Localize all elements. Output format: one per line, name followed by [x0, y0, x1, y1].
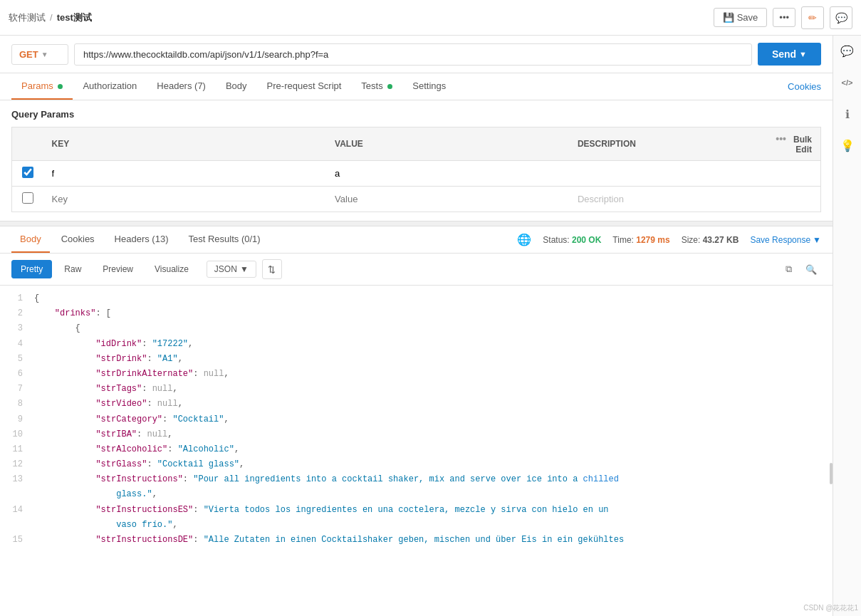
line-number: 11	[0, 443, 34, 456]
section-title: Query Params	[11, 109, 821, 120]
tab-headers[interactable]: Headers (7)	[147, 73, 216, 100]
col-check-header	[12, 127, 43, 161]
response-tabs: Body Cookies Headers (13) Test Results (…	[0, 226, 833, 254]
url-bar: GET ▼ Send ▼	[0, 36, 833, 73]
status-label: Status: 200 OK	[543, 235, 601, 245]
line-number: 4	[0, 338, 34, 351]
params-dot	[58, 84, 63, 89]
tab-params-label: Params	[21, 80, 53, 91]
breadcrumb-separator: /	[50, 12, 53, 23]
col-desc-header: DESCRIPTION	[569, 127, 764, 161]
filter-button[interactable]: ⇅	[262, 259, 282, 279]
resp-tab-testresults[interactable]: Test Results (0/1)	[179, 226, 268, 253]
watermark: CSDN @花花花1	[803, 603, 858, 613]
json-line: 12 "strGlass": "Cocktail glass",	[0, 457, 833, 472]
row1-key-input[interactable]	[52, 168, 318, 179]
sidebar-comment-icon[interactable]: 💬	[837, 41, 857, 61]
save-response-button[interactable]: Save Response ▼	[750, 235, 821, 245]
sidebar-info-icon[interactable]: ℹ	[837, 104, 857, 124]
send-label: Send	[772, 48, 796, 60]
comment-button[interactable]: 💬	[830, 6, 852, 29]
cookies-link[interactable]: Cookies	[788, 81, 821, 92]
url-input[interactable]	[74, 43, 752, 66]
more-options-button[interactable]: •••	[773, 8, 795, 27]
view-tab-pretty[interactable]: Pretty	[11, 260, 52, 278]
status-value: 200 OK	[572, 235, 601, 245]
line-content: glass.",	[34, 488, 833, 501]
format-select[interactable]: JSON ▼	[207, 261, 256, 278]
copy-icon: ⧉	[786, 263, 792, 275]
tab-settings[interactable]: Settings	[402, 73, 456, 100]
line-number: 9	[0, 413, 34, 427]
tab-prerequest[interactable]: Pre-request Script	[257, 73, 352, 100]
edit-button[interactable]: ✏	[801, 6, 824, 29]
copy-button[interactable]: ⧉	[778, 259, 798, 279]
line-number: 15	[0, 533, 34, 547]
view-tab-preview[interactable]: Preview	[93, 260, 142, 278]
resp-tab-body[interactable]: Body	[11, 226, 50, 253]
line-content: {	[34, 322, 833, 335]
save-icon: 💾	[723, 12, 734, 23]
view-tab-raw-label: Raw	[64, 264, 81, 274]
line-content: vaso frío.",	[34, 518, 833, 532]
row1-desc-cell	[569, 161, 764, 187]
table-options-icon[interactable]: •••	[776, 133, 786, 145]
json-line: 13 "strInstructions": "Pour all ingredie…	[0, 472, 833, 487]
view-tab-visualize[interactable]: Visualize	[145, 260, 198, 278]
line-content: "strInstructionsES": "Vierta todos los i…	[34, 503, 833, 517]
format-label: JSON	[214, 264, 237, 274]
tab-tests-label: Tests	[361, 80, 382, 91]
main-layout: GET ▼ Send ▼ Params Authorization Header…	[0, 36, 861, 616]
resp-tab-headers[interactable]: Headers (13)	[106, 226, 177, 253]
json-line: 8 "strVideo": null,	[0, 397, 833, 412]
json-line: 11 "strAlcoholic": "Alcoholic",	[0, 442, 833, 457]
time-value: 1279 ms	[636, 235, 669, 245]
json-line: 10 "strIBA": null,	[0, 427, 833, 442]
row2-checkbox[interactable]	[22, 192, 33, 204]
tests-dot	[387, 84, 392, 89]
line-content: "strCategory": "Cocktail",	[34, 413, 833, 427]
line-number	[0, 488, 34, 501]
right-sidebar: 💬 </> ℹ 💡	[833, 36, 861, 616]
bulk-edit-button[interactable]: Bulk Edit	[793, 135, 812, 155]
json-viewer[interactable]: 1{2 "drinks": [3 {4 "idDrink": "17222",5…	[0, 286, 833, 616]
row2-value-input[interactable]	[335, 194, 560, 204]
json-line: 14 "strInstructionsES": "Vierta todos lo…	[0, 503, 833, 518]
tab-body-label: Body	[226, 80, 247, 91]
sidebar-code-icon[interactable]: </>	[837, 73, 857, 93]
row1-value-input[interactable]	[335, 168, 560, 179]
json-line: glass.",	[0, 487, 833, 502]
view-tab-raw[interactable]: Raw	[55, 260, 90, 278]
line-number: 2	[0, 307, 34, 320]
line-content: "strAlcoholic": "Alcoholic",	[34, 443, 833, 456]
row2-value-cell	[326, 187, 569, 212]
line-number: 13	[0, 473, 34, 486]
resp-tab-cookies[interactable]: Cookies	[53, 226, 103, 253]
line-content: "strDrink": "A1",	[34, 353, 833, 366]
row1-checkbox[interactable]	[22, 167, 33, 178]
method-select[interactable]: GET ▼	[11, 44, 68, 65]
line-content: "strVideo": null,	[34, 397, 833, 411]
save-button[interactable]: 💾 Save	[714, 8, 768, 27]
json-line: 2 "drinks": [	[0, 306, 833, 321]
content-area: GET ▼ Send ▼ Params Authorization Header…	[0, 36, 833, 616]
tab-body[interactable]: Body	[216, 73, 257, 100]
table-row: Description	[12, 187, 821, 212]
tab-params[interactable]: Params	[11, 73, 73, 100]
method-arrow-icon: ▼	[41, 51, 48, 58]
sidebar-lightbulb-icon[interactable]: 💡	[837, 135, 857, 155]
row2-key-input[interactable]	[52, 194, 318, 204]
size-label: Size: 43.27 KB	[682, 235, 739, 245]
tab-authorization[interactable]: Authorization	[73, 73, 147, 100]
json-line: 9 "strCategory": "Cocktail",	[0, 412, 833, 427]
tab-authorization-label: Authorization	[83, 80, 137, 91]
save-response-arrow-icon: ▼	[813, 235, 821, 245]
search-button[interactable]: 🔍	[801, 259, 821, 279]
time-label: Time: 1279 ms	[612, 235, 669, 245]
tab-tests[interactable]: Tests	[351, 73, 402, 100]
send-button[interactable]: Send ▼	[758, 43, 821, 66]
globe-icon: 🌐	[517, 233, 531, 246]
json-line: 7 "strTags": null,	[0, 382, 833, 397]
line-content: "strTags": null,	[34, 382, 833, 396]
comment-icon: 💬	[835, 12, 847, 24]
